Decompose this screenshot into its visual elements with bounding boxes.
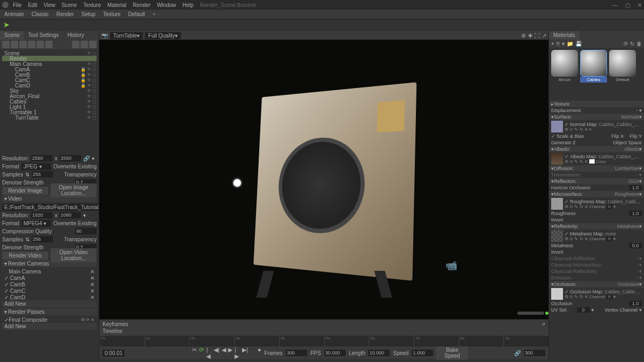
menu-texture[interactable]: Texture xyxy=(83,2,101,8)
tree-node-turntable[interactable]: TurnTable👁▢ xyxy=(2,115,97,120)
tab-animate[interactable]: Animate xyxy=(4,11,24,17)
play-forward-icon[interactable]: ▶ xyxy=(228,346,232,360)
tab-materials[interactable]: Materials xyxy=(549,31,580,40)
tree-node-render[interactable]: Render👁▢ xyxy=(2,56,97,61)
add-fog-icon[interactable] xyxy=(28,41,35,48)
tab-setup[interactable]: Setup xyxy=(82,11,96,17)
roughness-map-thumb[interactable] xyxy=(551,198,563,210)
tree-node-camc[interactable]: CamC🔒👁▢ xyxy=(2,77,97,83)
remove-camera-icon[interactable]: ✕ xyxy=(90,269,94,275)
video-height-input[interactable] xyxy=(60,212,81,218)
occlusion-map-checkbox[interactable] xyxy=(565,289,570,294)
remove-camera-icon[interactable]: ✕ xyxy=(90,288,94,294)
texture-header[interactable]: ▸ Texture xyxy=(549,101,644,107)
transparency-checkbox[interactable]: Transparency xyxy=(64,172,97,178)
duplicate-material-icon[interactable]: ⎘ xyxy=(557,41,560,47)
albedo-header[interactable]: ▾ Albedo:Albedo ▾ xyxy=(549,146,644,152)
metalness-map-checkbox[interactable] xyxy=(565,231,570,237)
tree-node-turntable-1[interactable]: Turntable 1👁▢ xyxy=(2,109,97,115)
tree-node-cables[interactable]: Cables👁▢ xyxy=(2,99,97,104)
sort-materials-icon[interactable]: ▾ xyxy=(562,41,565,47)
render-camera-item[interactable]: ✓ CamD✕ xyxy=(2,294,97,300)
tree-node-cama[interactable]: CamA🔒👁▢ xyxy=(2,67,97,72)
tab-tool-settings[interactable]: Tool Settings xyxy=(24,31,63,40)
render-pass-item[interactable]: Final Composite xyxy=(9,317,47,323)
refresh-materials-icon[interactable]: ⟳ xyxy=(624,41,628,47)
camera-gizmo-icon[interactable]: 📹 xyxy=(445,260,457,271)
render-camera-item[interactable]: ✓ CamB✕ xyxy=(2,281,97,287)
tab-render[interactable]: Render xyxy=(56,11,74,17)
horizon-occlusion-input[interactable]: 1.0 xyxy=(629,185,642,190)
tab-history[interactable]: History xyxy=(63,31,89,40)
tab-scene[interactable]: Scene xyxy=(0,31,24,40)
viewport-exposure-slider[interactable] xyxy=(517,312,544,315)
menu-file[interactable]: File xyxy=(13,2,21,8)
step-forward-icon[interactable]: |▶ xyxy=(235,346,240,360)
video-res-dropdown-icon[interactable]: ▾ xyxy=(83,212,86,218)
material-aircon[interactable]: Aircon xyxy=(551,50,578,83)
overwrite-checkbox[interactable]: Overwrite Existing xyxy=(53,164,97,169)
scale-bias-checkbox[interactable]: Scale & Bias xyxy=(551,134,584,139)
tree-node-camb[interactable]: CamB🔒👁▢ xyxy=(2,72,97,77)
video-samples-input[interactable] xyxy=(32,236,53,242)
flipx-checkbox[interactable]: Flip X xyxy=(611,134,624,139)
generate-z-checkbox[interactable]: Generate Z xyxy=(551,140,576,145)
viewport-maximize-icon[interactable]: ⛶ xyxy=(535,33,540,39)
minimize-icon[interactable]: — xyxy=(612,2,618,8)
resolution-height-input[interactable] xyxy=(60,155,81,161)
folder-materials-icon[interactable]: 📁 xyxy=(567,41,573,47)
tree-node-aircon_final[interactable]: Aircon_Final👁▢ xyxy=(2,93,97,99)
folder-icon[interactable] xyxy=(72,41,79,48)
metalness-invert-checkbox[interactable]: Invert xyxy=(551,249,564,255)
object-space-checkbox[interactable]: Object Space xyxy=(613,140,642,145)
tree-node-sky[interactable]: Sky👁▢ xyxy=(2,88,97,93)
viewport-add-icon[interactable]: ✚ xyxy=(528,33,532,39)
fps-input[interactable] xyxy=(324,350,346,356)
normal-map-thumb[interactable] xyxy=(551,121,563,132)
material-cables[interactable]: Cables xyxy=(580,50,607,83)
viewport-3d[interactable]: 📹 xyxy=(99,40,548,319)
uvset-input[interactable]: 0 xyxy=(577,307,590,313)
menu-scene[interactable]: Scene xyxy=(62,2,77,8)
frames-input[interactable] xyxy=(286,350,307,356)
flipy-checkbox[interactable]: Flip Y xyxy=(630,134,642,139)
menu-render[interactable]: Render xyxy=(133,2,151,8)
record-icon[interactable]: ● xyxy=(258,346,261,360)
render-image-button[interactable]: Render Image xyxy=(2,187,48,195)
video-format-dropdown[interactable]: MPEG4 ▾ xyxy=(21,220,52,227)
tab-default[interactable]: Default xyxy=(128,11,145,17)
compression-quality-input[interactable] xyxy=(75,228,97,234)
occlusion-header[interactable]: ▾ Occlusion:Occlusion ▾ xyxy=(549,281,644,287)
close-icon[interactable]: ✕ xyxy=(638,2,642,8)
viewport-popout-icon[interactable]: ↗ xyxy=(542,33,546,39)
tree-node-light-1[interactable]: Light 1👁▢ xyxy=(2,104,97,109)
tab-classic[interactable]: Classic xyxy=(32,11,49,17)
add-render-pass-button[interactable]: Add New xyxy=(2,323,97,330)
menu-window[interactable]: Window xyxy=(157,2,176,8)
material-default[interactable]: Default xyxy=(609,50,636,83)
reload-materials-icon[interactable]: ↻ xyxy=(630,41,634,47)
viewport-quality-dropdown[interactable]: Full Quality▾ xyxy=(145,32,181,39)
metalness-map-thumb[interactable] xyxy=(551,230,563,242)
tab-texture[interactable]: Texture xyxy=(103,11,121,17)
viewport-settings-icon[interactable]: ⚙ xyxy=(521,33,526,39)
light-gizmo-icon[interactable] xyxy=(233,179,241,187)
keyframes-tab[interactable]: Keyframes xyxy=(103,321,128,327)
new-material-icon[interactable]: + xyxy=(551,41,554,47)
menu-edit[interactable]: Edit xyxy=(28,2,37,8)
video-samples-stepper-icon[interactable]: ⇅ xyxy=(25,237,30,242)
occlusion-input[interactable]: 1.0 xyxy=(629,301,642,306)
video-width-input[interactable] xyxy=(31,212,53,218)
reflection-header[interactable]: ▾ Reflection:GGX ▾ xyxy=(549,178,644,184)
microsurface-header[interactable]: ▾ Microsurface:Roughness ▾ xyxy=(549,191,644,197)
add-shadow-icon[interactable] xyxy=(36,41,44,48)
move-tool-icon[interactable]: ➤ xyxy=(3,20,10,29)
step-back-icon[interactable]: ◀| xyxy=(214,346,219,360)
render-camera-item[interactable]: ✓ CamA✕ xyxy=(2,275,97,281)
video-transparency-checkbox[interactable]: Transparency xyxy=(64,237,97,242)
add-camera-button[interactable]: Add New xyxy=(2,300,97,307)
loop-icon[interactable]: ⟳ xyxy=(199,346,204,360)
bake-speed-button[interactable]: Bake Speed xyxy=(436,346,468,360)
tree-node-main-camera[interactable]: Main Camera👁▢ xyxy=(2,61,97,67)
open-video-location-button[interactable]: Open Video Location... xyxy=(50,248,97,262)
